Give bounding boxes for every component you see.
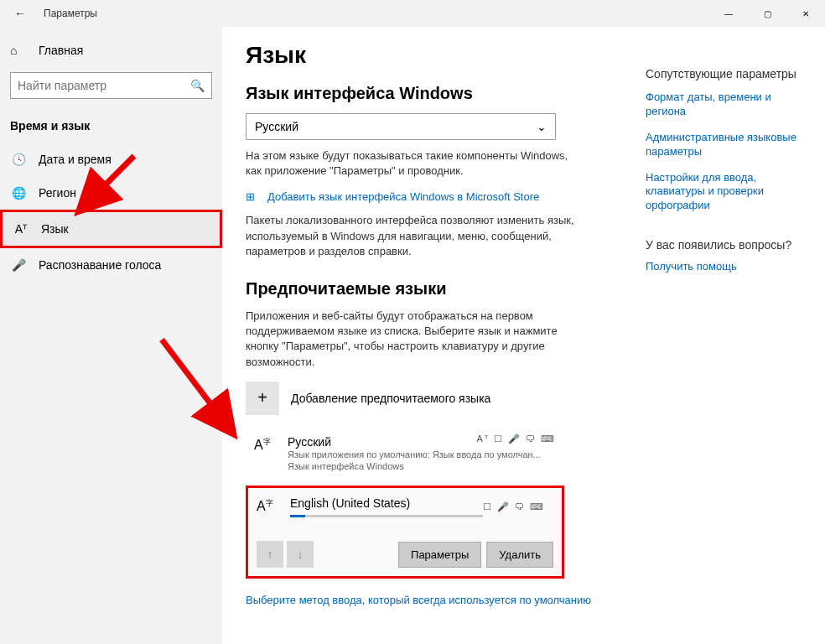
search-box[interactable]: 🔍	[10, 72, 212, 99]
progress-bar	[290, 515, 483, 517]
page-title: Язык	[246, 42, 802, 69]
close-button[interactable]: ✕	[786, 0, 825, 27]
chevron-down-icon: ⌄	[537, 120, 547, 133]
sidebar: ⌂ Главная 🔍 Время и язык 🕓 Дата и время …	[0, 27, 222, 644]
store-link-label: Добавить язык интерфейса Windows в Micro…	[267, 190, 539, 203]
sidebar-item-label: Распознавание голоса	[39, 258, 161, 272]
add-language-button[interactable]: +	[246, 382, 279, 415]
sidebar-group-header: Время и язык	[0, 107, 222, 143]
sidebar-item-label: Дата и время	[39, 153, 112, 166]
help-link[interactable]: Получить помощь	[646, 260, 813, 274]
search-icon: 🔍	[190, 79, 205, 92]
language-card-english[interactable]: A字 English (United States) ☐ 🎤 🗨 ⌨ ↑ ↓ П…	[246, 486, 564, 579]
language-meta: Язык интерфейса Windows	[288, 460, 556, 472]
sidebar-item-label: Регион	[39, 186, 76, 200]
sidebar-item-region[interactable]: 🌐 Регион	[0, 176, 222, 210]
sidebar-item-datetime[interactable]: 🕓 Дата и время	[0, 143, 222, 176]
clock-icon: 🕓	[10, 153, 27, 166]
language-icon: Aᵀ	[13, 222, 29, 236]
related-heading: Сопутствующие параметры	[646, 67, 813, 80]
sidebar-item-language[interactable]: Aᵀ Язык	[0, 210, 222, 248]
mic-icon: 🎤	[10, 258, 27, 272]
language-icon: A字	[254, 435, 279, 473]
language-delete-button[interactable]: Удалить	[486, 542, 553, 568]
language-meta: Язык приложения по умолчанию: Язык ввода…	[288, 449, 556, 460]
add-language-label: Добавление предпочитаемого языка	[291, 392, 490, 405]
maximize-button[interactable]: ▢	[748, 0, 786, 27]
related-link[interactable]: Настройки для ввода, клавиатуры и провер…	[646, 171, 813, 214]
language-card-russian[interactable]: A字 Русский Язык приложения по умолчанию:…	[246, 428, 564, 480]
sidebar-item-speech[interactable]: 🎤 Распознавание голоса	[0, 248, 222, 282]
questions-heading: У вас появились вопросы?	[646, 238, 813, 252]
display-language-dropdown[interactable]: Русский ⌄	[246, 113, 556, 140]
display-lang-desc: На этом языке будут показываться такие к…	[246, 148, 581, 179]
related-settings-pane: Сопутствующие параметры Формат даты, вре…	[646, 67, 813, 286]
language-feature-icons: ☐ 🎤 🗨 ⌨	[483, 501, 545, 512]
language-options-button[interactable]: Параметры	[398, 542, 481, 568]
back-button[interactable]: ←	[3, 7, 37, 20]
related-link[interactable]: Формат даты, времени и региона	[646, 91, 813, 119]
store-icon: ⊞	[246, 190, 261, 203]
move-down-button[interactable]: ↓	[287, 541, 314, 568]
dropdown-value: Русский	[255, 120, 298, 133]
language-icon: A字	[257, 496, 282, 517]
globe-icon: 🌐	[10, 186, 27, 200]
related-link[interactable]: Административные языковые параметры	[646, 131, 813, 159]
home-icon: ⌂	[10, 44, 27, 57]
default-input-link[interactable]: Выберите метод ввода, который всегда исп…	[246, 594, 591, 606]
packs-desc: Пакеты локализованного интерфейса позвол…	[246, 213, 581, 259]
home-link[interactable]: ⌂ Главная	[0, 37, 222, 64]
window-title: Параметры	[44, 8, 97, 19]
minimize-button[interactable]: —	[709, 0, 748, 27]
preferred-desc: Приложения и веб-сайты будут отображатьс…	[246, 309, 581, 370]
titlebar: ← Параметры — ▢ ✕	[0, 0, 825, 27]
home-label: Главная	[39, 44, 83, 57]
add-language-row[interactable]: + Добавление предпочитаемого языка	[246, 382, 802, 415]
search-input[interactable]	[18, 79, 190, 92]
move-up-button[interactable]: ↑	[257, 541, 283, 568]
sidebar-item-label: Язык	[41, 222, 69, 236]
language-feature-icons: Aᵀ ☐ 🎤 🗨 ⌨	[476, 434, 556, 444]
